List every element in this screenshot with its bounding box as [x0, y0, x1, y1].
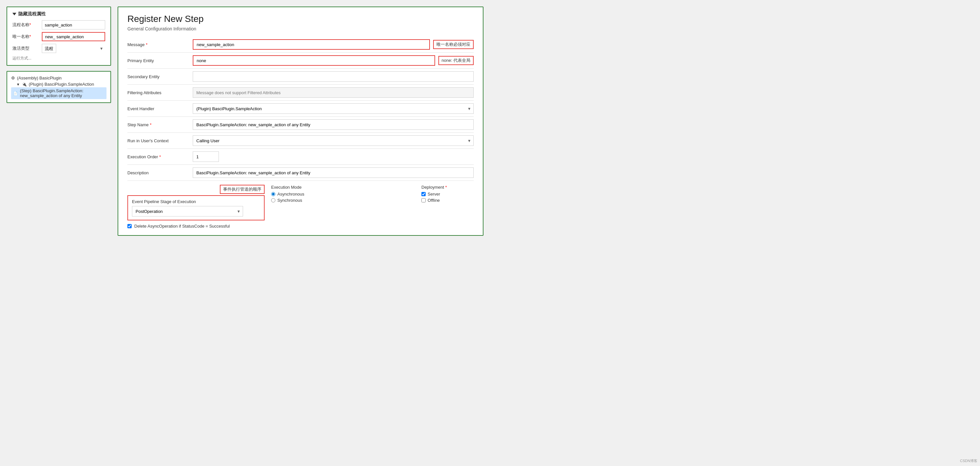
primary-entity-value-area: none: 代表全局 — [193, 55, 474, 66]
delete-async-row: Delete AsyncOperation if StatusCode = Su… — [127, 220, 474, 228]
delete-async-checkbox[interactable] — [127, 224, 132, 228]
assembly-label: (Assembly) BasicPlugin — [17, 75, 62, 80]
pipeline-annotation-row: 事件执行管道的顺序 — [127, 185, 265, 194]
panel-subtitle: General Configuration Information — [127, 26, 474, 31]
event-handler-select[interactable]: (Plugin) BasciPlugin.SampleAction — [193, 103, 474, 114]
filtering-attributes-input — [193, 87, 474, 98]
right-panel: Register New Step General Configuration … — [118, 6, 484, 236]
panel-title: Register New Step — [127, 14, 474, 24]
message-label: Message * — [127, 42, 193, 47]
pipeline-stage-area: 事件执行管道的顺序 Event Pipeline Stage of Execut… — [127, 185, 265, 220]
assembly-tree-box: (Assembly) BasicPlugin ▼ (Plugin) BasciP… — [6, 71, 111, 103]
primary-entity-input[interactable] — [193, 55, 435, 66]
step-name-value-area — [193, 120, 474, 130]
description-label: Description — [127, 171, 193, 175]
execution-mode-box: Execution Mode Asynchronous Synchronous — [271, 185, 415, 204]
primary-entity-label: Primary Entity — [127, 58, 193, 63]
pipeline-stage-label: Event Pipeline Stage of Execution — [132, 199, 260, 204]
bottom-section: 事件执行管道的顺序 Event Pipeline Stage of Execut… — [127, 185, 474, 228]
run-context-select[interactable]: Calling User — [193, 136, 474, 146]
deployment-box: Deployment * Server Offline — [422, 185, 474, 204]
step-name-row: Step Name * — [127, 117, 474, 133]
offline-label: Offline — [428, 198, 440, 203]
process-name-input[interactable] — [42, 20, 105, 29]
unique-name-label: 唯一名称* — [13, 34, 42, 40]
execution-mode-title: Execution Mode — [271, 185, 415, 190]
event-handler-value-area: (Plugin) BasciPlugin.SampleAction — [193, 103, 474, 114]
collapse-icon[interactable]: ▼ — [16, 82, 20, 86]
async-label: Asynchronous — [277, 192, 304, 196]
activation-type-row: 激活类型 流程 — [13, 44, 105, 53]
execution-order-input[interactable] — [193, 152, 219, 162]
execution-order-value-area — [193, 152, 474, 162]
unique-name-input[interactable] — [42, 32, 105, 41]
message-input[interactable] — [193, 39, 430, 50]
deployment-title: Deployment * — [422, 185, 474, 190]
run-context-row: Run in User's Context Calling User — [127, 133, 474, 149]
bottom-layout: 事件执行管道的顺序 Event Pipeline Stage of Execut… — [127, 185, 474, 220]
hidden-props-title: 隐藏流程属性 — [13, 11, 105, 17]
description-value-area — [193, 168, 474, 178]
delete-async-label: Delete AsyncOperation if StatusCode = Su… — [134, 224, 230, 228]
message-annotation: 唯一名称必须对应 — [433, 40, 474, 49]
server-checkbox[interactable] — [422, 192, 426, 196]
primary-entity-annotation: none: 代表全局 — [438, 56, 474, 65]
run-context-label: Run in User's Context — [127, 138, 193, 143]
execution-order-label: Execution Order * — [127, 154, 193, 159]
filtering-attributes-label: Filtering Attributes — [127, 90, 193, 95]
activation-type-select[interactable]: 流程 — [42, 44, 56, 53]
pipeline-stage-box: Event Pipeline Stage of Execution PostOp… — [127, 195, 265, 220]
hidden-props-label: 隐藏流程属性 — [18, 11, 46, 17]
execution-order-row: Execution Order * — [127, 149, 474, 165]
sync-label: Synchronous — [277, 198, 302, 203]
hidden-props-box: 隐藏流程属性 流程名称* 唯一名称* 激活类型 流程 — [6, 6, 111, 66]
plugin-label: (Plugin) BasciPlugin.SampleAction — [29, 82, 94, 87]
process-name-row: 流程名称* — [13, 20, 105, 29]
more-text: 运行方式... — [13, 56, 105, 61]
filtering-attributes-row: Filtering Attributes — [127, 85, 474, 101]
event-handler-row: Event Handler (Plugin) BasciPlugin.Sampl… — [127, 101, 474, 117]
description-input[interactable] — [193, 168, 474, 178]
step-name-input[interactable] — [193, 120, 474, 130]
secondary-entity-input[interactable] — [193, 71, 474, 82]
pipeline-stage-select[interactable]: PostOperation — [132, 206, 243, 217]
message-value-area: 唯一名称必须对应 — [193, 39, 474, 50]
step-name-label: Step Name * — [127, 122, 193, 127]
message-row: Message * 唯一名称必须对应 — [127, 37, 474, 53]
unique-name-row: 唯一名称* — [13, 32, 105, 41]
tree-step-item[interactable]: (Step) BasciPlugin.SampleAction: new_sam… — [11, 87, 107, 99]
gear-icon — [11, 75, 15, 80]
offline-checkbox[interactable] — [422, 198, 426, 203]
collapse-triangle-icon[interactable] — [13, 13, 16, 15]
async-radio[interactable] — [271, 192, 275, 196]
sync-radio[interactable] — [271, 198, 275, 203]
tree-plugin-item[interactable]: ▼ (Plugin) BasciPlugin.SampleAction — [11, 81, 107, 87]
filtering-attributes-value-area — [193, 87, 474, 98]
async-radio-row: Asynchronous — [271, 192, 415, 196]
event-handler-label: Event Handler — [127, 106, 193, 111]
config-form: Message * 唯一名称必须对应 Primary Entity none: … — [127, 37, 474, 181]
process-name-label: 流程名称* — [13, 22, 42, 28]
activation-type-label: 激活类型 — [13, 45, 42, 51]
secondary-entity-value-area — [193, 71, 474, 82]
secondary-entity-row: Secondary Entity — [127, 69, 474, 85]
plugin-icon — [22, 82, 27, 87]
sync-radio-row: Synchronous — [271, 198, 415, 203]
offline-checkbox-row: Offline — [422, 198, 474, 203]
step-label: (Step) BasciPlugin.SampleAction: new_sam… — [20, 88, 105, 98]
step-icon — [13, 91, 18, 96]
tree-assembly-item[interactable]: (Assembly) BasicPlugin — [11, 75, 107, 81]
secondary-entity-label: Secondary Entity — [127, 74, 193, 79]
description-row: Description — [127, 165, 474, 181]
run-context-value-area: Calling User — [193, 136, 474, 146]
left-panel: 隐藏流程属性 流程名称* 唯一名称* 激活类型 流程 — [6, 6, 111, 103]
server-checkbox-row: Server — [422, 192, 474, 196]
pipeline-annotation-box: 事件执行管道的顺序 — [220, 185, 265, 194]
server-label: Server — [428, 192, 440, 196]
primary-entity-row: Primary Entity none: 代表全局 — [127, 53, 474, 69]
